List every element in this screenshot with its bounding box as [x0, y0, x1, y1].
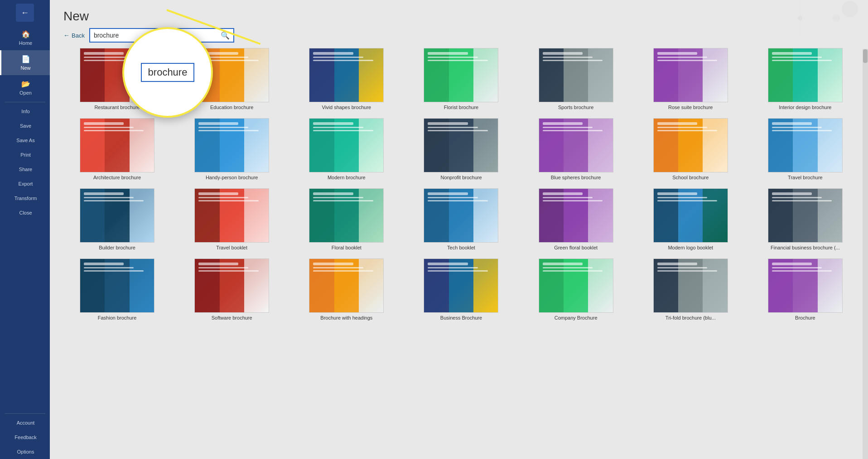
search-icon: 🔍	[221, 32, 230, 39]
template-floral-booklet[interactable]: Floral booklet	[293, 188, 400, 250]
back-arrow-icon: ←	[63, 32, 70, 39]
template-label-brochure-plain: Brochure	[795, 315, 815, 320]
search-button[interactable]: 🔍	[217, 29, 233, 42]
main-content: New ← Back 🔍 brochure Restaurant brochur…	[50, 0, 868, 459]
template-software[interactable]: Software brochure	[178, 258, 285, 320]
template-architecture[interactable]: Architecture brochure	[63, 118, 171, 180]
sidebar-item-new-label: New	[20, 65, 30, 71]
template-builder[interactable]: Builder brochure	[63, 188, 171, 250]
template-rose-suite[interactable]: Rose suite brochure	[637, 48, 744, 110]
template-blue-spheres[interactable]: Blue spheres brochure	[522, 118, 630, 180]
template-green-floral[interactable]: Green floral booklet	[522, 188, 630, 250]
template-thumb-brochure-plain	[768, 258, 843, 313]
sidebar-item-account[interactable]: Account	[0, 416, 50, 430]
template-tri-fold[interactable]: Tri-fold brochure (blu...	[637, 258, 744, 320]
search-bar: ← Back 🔍	[50, 28, 868, 48]
sidebar-save-as-label: Save As	[16, 138, 34, 143]
sidebar-item-feedback[interactable]: Feedback	[0, 430, 50, 445]
template-thumb-blue-spheres	[539, 118, 613, 172]
sidebar-info-label: Info	[21, 109, 29, 114]
sidebar-item-options[interactable]: Options	[0, 445, 50, 459]
template-label-blue-spheres: Blue spheres brochure	[551, 175, 601, 180]
template-modern-logo[interactable]: Modern logo booklet	[637, 188, 744, 250]
scrollbar-thumb[interactable]	[863, 49, 868, 63]
sidebar-item-home-label: Home	[19, 40, 32, 46]
template-label-education: Education brochure	[210, 105, 253, 110]
sidebar-item-close[interactable]: Close	[0, 206, 50, 220]
sidebar-back-button[interactable]: ←	[16, 4, 34, 22]
templates-area: Restaurant brochureEducation brochureViv…	[50, 48, 868, 459]
sidebar-item-open-label: Open	[19, 90, 32, 96]
back-label: Back	[72, 32, 85, 39]
template-brochure-headings[interactable]: Brochure with headings	[293, 258, 400, 320]
sidebar-item-home[interactable]: 🏠 Home	[0, 25, 50, 50]
sidebar-item-export[interactable]: Export	[0, 177, 50, 191]
template-thumb-modern-logo	[653, 188, 728, 243]
sidebar-item-save-as[interactable]: Save As	[0, 133, 50, 148]
template-business-brochure[interactable]: Business Brochure	[407, 258, 515, 320]
template-thumb-education	[194, 48, 269, 102]
template-brochure-plain[interactable]: Brochure	[752, 258, 859, 320]
template-label-vivid-shapes: Vivid shapes brochure	[322, 105, 371, 110]
template-travel-booklet[interactable]: Travel booklet	[178, 188, 285, 250]
template-label-fashion: Fashion brochure	[98, 315, 137, 320]
home-icon: 🏠	[21, 30, 30, 38]
template-thumb-architecture	[80, 118, 154, 172]
template-interior-design[interactable]: Interior design brochure	[752, 48, 859, 110]
template-label-floral-booklet: Floral booklet	[332, 245, 362, 250]
template-label-financial: Financial business brochure (...	[771, 245, 840, 250]
scrollbar-track[interactable]	[863, 49, 868, 459]
template-label-tri-fold: Tri-fold brochure (blu...	[665, 315, 716, 320]
template-thumb-fashion	[80, 258, 154, 313]
sidebar-account-label: Account	[17, 420, 35, 426]
template-label-builder: Builder brochure	[99, 245, 135, 250]
back-button[interactable]: ← Back	[63, 32, 85, 39]
sidebar-item-save[interactable]: Save	[0, 119, 50, 133]
template-label-travel-booklet: Travel booklet	[216, 245, 247, 250]
template-thumb-handy-person	[194, 118, 269, 172]
template-label-architecture: Architecture brochure	[93, 175, 141, 180]
sidebar-options-label: Options	[17, 449, 34, 454]
template-thumb-builder	[80, 188, 154, 243]
template-thumb-green-floral	[539, 188, 613, 243]
template-florist[interactable]: Florist brochure	[407, 48, 515, 110]
template-school[interactable]: School brochure	[637, 118, 744, 180]
template-education[interactable]: Education brochure	[178, 48, 285, 110]
template-thumb-software	[194, 258, 269, 313]
template-label-restaurant: Restaurant brochure	[94, 105, 140, 110]
sidebar-item-new[interactable]: 📄 New	[0, 50, 50, 75]
sidebar-item-share[interactable]: Share	[0, 162, 50, 177]
template-label-handy-person: Handy-person brochure	[206, 175, 258, 180]
sidebar-transform-label: Transform	[14, 196, 37, 201]
template-company-brochure[interactable]: Company Brochure	[522, 258, 630, 320]
template-modern[interactable]: Modern brochure	[293, 118, 400, 180]
template-tech-booklet[interactable]: Tech booklet	[407, 188, 515, 250]
template-thumb-interior-design	[768, 48, 843, 102]
template-travel[interactable]: Travel brochure	[752, 118, 859, 180]
template-thumb-floral-booklet	[309, 188, 384, 243]
sidebar-close-label: Close	[19, 210, 32, 215]
template-fashion[interactable]: Fashion brochure	[63, 258, 171, 320]
sidebar-item-open[interactable]: 📂 Open	[0, 75, 50, 100]
template-vivid-shapes[interactable]: Vivid shapes brochure	[293, 48, 400, 110]
template-label-modern: Modern brochure	[328, 175, 366, 180]
sidebar: ← 🏠 Home 📄 New 📂 Open Info Save Save As …	[0, 0, 50, 459]
sidebar-item-info[interactable]: Info	[0, 104, 50, 119]
sidebar-nav: 🏠 Home 📄 New 📂 Open Info Save Save As Pr…	[0, 25, 50, 411]
sidebar-item-transform[interactable]: Transform	[0, 191, 50, 206]
template-handy-person[interactable]: Handy-person brochure	[178, 118, 285, 180]
sidebar-divider-1	[5, 102, 45, 102]
template-label-sports: Sports brochure	[558, 105, 593, 110]
template-restaurant[interactable]: Restaurant brochure	[63, 48, 171, 110]
template-thumb-financial	[768, 188, 843, 243]
new-doc-icon: 📄	[21, 55, 30, 63]
search-input[interactable]	[90, 29, 217, 42]
template-nonprofit[interactable]: Nonprofit brochure	[407, 118, 515, 180]
template-thumb-travel	[768, 118, 843, 172]
template-sports[interactable]: Sports brochure	[522, 48, 630, 110]
sidebar-export-label: Export	[19, 181, 33, 186]
template-label-florist: Florist brochure	[444, 105, 478, 110]
sidebar-item-print[interactable]: Print	[0, 148, 50, 162]
template-label-business-brochure: Business Brochure	[440, 315, 482, 320]
template-financial[interactable]: Financial business brochure (...	[752, 188, 859, 250]
